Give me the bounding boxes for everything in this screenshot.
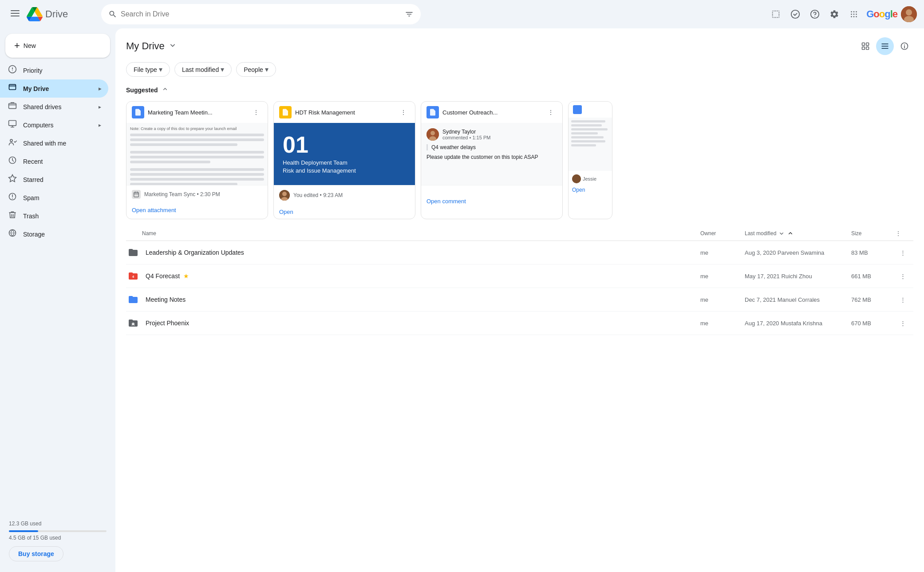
svg-rect-27 [866,43,869,46]
sidebar-label-starred: Starred [23,176,43,183]
search-bar[interactable] [101,4,421,24]
sidebar-item-spam[interactable]: Spam [0,189,108,207]
computers-expand-icon: ▸ [99,122,101,128]
sidebar-item-priority[interactable]: Priority [0,61,108,79]
sidebar-item-shared-drives[interactable]: Shared drives ▸ [0,98,108,116]
svg-point-6 [851,11,852,12]
card-menu-marketing[interactable]: ⋮ [250,106,262,118]
file-modified-phoenix: Aug 17, 2020 Mustafa Krishna [745,320,851,327]
card-action-hdt[interactable]: Open [274,205,415,219]
file-owner-phoenix: me [700,320,745,327]
priority-icon [7,65,18,76]
card-menu-hdt[interactable]: ⋮ [397,106,410,118]
card-partial-header [569,102,612,118]
sidebar-item-recent[interactable]: Recent [0,152,108,170]
card-footer-marketing: Marketing Team Sync • 2:30 PM [126,185,268,203]
sidebar-item-shared-with-me[interactable]: Shared with me [0,134,108,152]
drive-caret-icon[interactable] [168,41,177,52]
sidebar-item-starred[interactable]: Starred [0,170,108,189]
commenter-name: Sydney Taylor [442,129,490,135]
col-header-name: Name [142,230,700,237]
starred-badge: ★ [183,272,189,280]
file-owner-meeting: me [700,296,745,303]
card-footer-text-hdt: You edited • 9:23 AM [293,192,343,198]
drive-logo: Drive [27,6,68,22]
card-marketing-meeting[interactable]: Marketing Team Meetin... ⋮ Note: Create … [126,101,268,219]
shared-drives-icon [7,101,18,112]
card-hdt-risk[interactable]: HDT Risk Management ⋮ 01 Health Deployme… [273,101,415,219]
svg-point-39 [430,131,435,135]
avatar[interactable] [901,6,917,22]
row-menu-leadership[interactable]: ⋮ [896,245,910,260]
file-modified-leadership: Aug 3, 2020 Parveen Swamina [745,249,851,256]
card-action-marketing[interactable]: Open attachment [126,203,268,217]
card-q4-partial[interactable]: Jessie Open [568,101,612,219]
svg-point-14 [856,16,857,17]
sidebar-item-storage[interactable]: Storage [0,225,108,243]
people-filter[interactable]: People ▾ [236,62,276,77]
comment-meta: Sydney Taylor commented • 1:15 PM [442,129,490,140]
commenter-avatar [426,128,439,141]
card-footer-text-marketing: Marketing Team Sync • 2:30 PM [144,191,220,197]
sidebar-item-computers[interactable]: Computers ▸ [0,116,108,134]
settings-filter-icon[interactable] [767,5,785,23]
file-type-caret-icon: ▾ [159,65,162,74]
help-icon[interactable] [806,5,824,23]
sidebar: + New Priority My Drive ▸ Shared drives … [0,28,115,572]
svg-point-16 [906,9,912,16]
last-modified-filter[interactable]: Last modified ▾ [174,62,232,77]
info-button[interactable] [896,37,913,55]
sidebar-label-trash: Trash [23,213,39,220]
card-action-customer[interactable]: Open comment [421,194,562,208]
sidebar-label-shared-drives: Shared drives [23,103,61,110]
hamburger-menu-icon[interactable] [7,5,23,24]
grid-view-button[interactable] [857,37,874,55]
sidebar-item-my-drive[interactable]: My Drive ▸ [0,79,108,98]
sidebar-label-recent: Recent [23,158,43,165]
card-footer-hdt: You edited • 9:23 AM [274,185,415,205]
col-header-modified[interactable]: Last modified [745,230,851,237]
svg-point-12 [851,16,852,17]
card-header-left: Marketing Team Meetin... [132,106,213,118]
file-table: Name Owner Last modified Size ⋮ Lead [115,226,924,335]
table-row[interactable]: Meeting Notes me Dec 7, 2021 Manuel Corr… [126,288,913,312]
file-type-filter[interactable]: File type ▾ [126,62,170,77]
svg-rect-20 [9,103,16,109]
sheet-icon [279,106,292,118]
table-row[interactable]: 4 Q4 Forecast ★ me May 17, 2021 Ruichi Z… [126,264,913,288]
apps-icon[interactable] [845,5,863,23]
row-menu-meeting[interactable]: ⋮ [896,292,910,307]
suggested-section-header[interactable]: Suggested [115,82,924,98]
search-input[interactable] [121,10,401,18]
search-icon [108,10,117,19]
calendar-icon [132,190,141,199]
sidebar-item-trash[interactable]: Trash [0,207,108,225]
svg-point-10 [853,14,855,15]
card-customer-outreach[interactable]: Customer Outreach... ⋮ Sydney Taylor com… [421,101,563,219]
svg-point-22 [10,139,12,142]
file-size-meeting: 762 MB [851,296,896,303]
row-menu-phoenix[interactable]: ⋮ [896,316,910,330]
new-button-label: New [24,42,36,49]
file-name-leadership: Leadership & Organization Updates [146,249,700,256]
completed-tasks-icon[interactable] [786,5,804,23]
card-menu-customer[interactable]: ⋮ [545,106,557,118]
partial-user-name: Jessie [583,176,596,181]
table-row[interactable]: Leadership & Organization Updates me Aug… [126,241,913,264]
card-action-q4[interactable]: Open [569,185,612,195]
file-modified-q4: May 17, 2021 Ruichi Zhou [745,273,851,280]
table-row[interactable]: Project Phoenix me Aug 17, 2020 Mustafa … [126,312,913,335]
computers-icon [7,119,18,130]
settings-icon[interactable] [825,5,843,23]
row-menu-q4[interactable]: ⋮ [896,269,910,283]
svg-rect-2 [11,16,20,16]
buy-storage-button[interactable]: Buy storage [9,546,63,561]
table-options-icon[interactable]: ⋮ [896,230,913,237]
new-button[interactable]: + New [5,34,110,58]
sidebar-label-computers: Computers [23,122,53,129]
search-filter-icon[interactable] [405,10,414,19]
list-view-button[interactable] [876,37,894,55]
storage-used-display: 12.3 GB used [9,521,107,527]
svg-point-11 [856,14,857,15]
svg-rect-1 [11,13,20,14]
